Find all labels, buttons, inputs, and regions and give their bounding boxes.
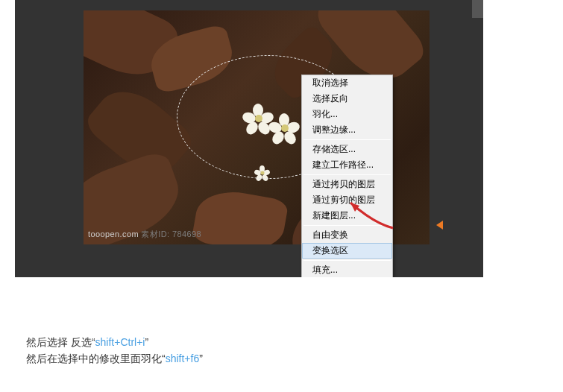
leaf-decoration [191,186,289,244]
text: 然后选择 反选“ [26,336,95,348]
context-menu-item[interactable]: 调整边缘... [302,122,392,138]
shortcut-text: shift+f6 [166,353,200,364]
photoshop-window: tooopen.com 素材ID: 784698 取消选择选择反向羽化...调整… [15,0,483,277]
context-menu-item[interactable]: 取消选择 [302,75,392,91]
menu-separator [303,139,391,140]
context-menu-item[interactable]: 通过拷贝的图层 [302,177,392,192]
context-menu-item[interactable]: 羽化... [302,107,392,122]
context-menu-item[interactable]: 通过剪切的图层 [302,192,392,208]
instruction-line-2: 然后在选择中的修改里面羽化“shift+f6” [26,350,203,367]
context-menu-item[interactable]: 选择反向 [302,91,392,107]
context-menu-item[interactable]: 存储选区... [302,142,392,157]
shortcut-text: shift+Ctrl+i [95,336,145,348]
instruction-line-1: 然后选择 反选“shift+Ctrl+i” [26,334,203,350]
context-menu-item[interactable]: 新建图层... [302,208,392,224]
scrollbar-thumb[interactable] [472,0,483,18]
context-menu-item[interactable]: 建立工作路径... [302,157,392,173]
watermark-domain: tooopen.com [88,230,139,238]
context-menu-item[interactable]: 填充... [302,262,392,277]
text: ” [145,336,148,348]
text: ” [199,353,203,364]
context-menu-item[interactable]: 自由变换 [302,227,392,243]
orange-triangle-marker [436,221,443,230]
context-menu: 取消选择选择反向羽化...调整边缘...存储选区...建立工作路径...通过拷贝… [301,75,393,277]
context-menu-item[interactable]: 变换选区 [302,243,392,259]
text: 然后在选择中的修改里面羽化“ [26,353,166,364]
image-watermark: tooopen.com 素材ID: 784698 [88,229,201,240]
watermark-id: 素材ID: 784698 [141,230,201,238]
menu-separator [303,260,391,261]
instruction-text: 然后选择 反选“shift+Ctrl+i” 然后在选择中的修改里面羽化“shif… [26,334,203,367]
menu-separator [303,174,391,175]
flower-subject [218,100,315,182]
menu-separator [303,225,391,226]
